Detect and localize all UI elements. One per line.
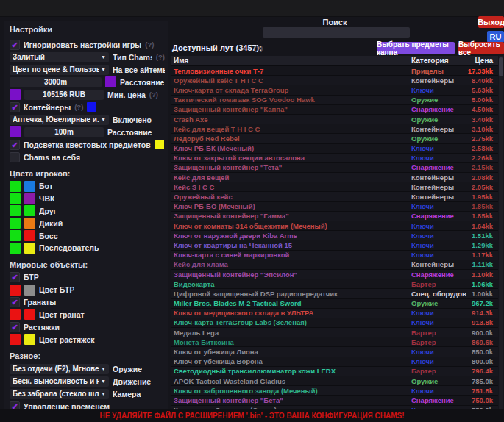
loot-table-row[interactable]: Ключ-карта с синей маркировкойКлючи1.17k… (171, 251, 498, 260)
search-input[interactable] (263, 27, 410, 38)
color-swatch[interactable] (10, 334, 21, 345)
loot-table-row[interactable]: APOK Tactical Wasteland GladiusОружие785… (171, 376, 498, 386)
loot-table-row[interactable]: Ключ от комнаты 314 общежития (Меченый)К… (171, 221, 498, 231)
dropdown-select[interactable]: Беск. выносливость и нет устал▼ (10, 376, 109, 387)
color-swatch[interactable] (24, 205, 35, 216)
color-row-label: Дикий (39, 219, 63, 228)
dropdown-label: Оружие (113, 365, 142, 373)
checkbox[interactable]: ✔ (10, 297, 20, 307)
loot-item-category: Бартер (408, 280, 466, 288)
loot-table-row[interactable]: Кейс S I C CКонтейнеры2.05kk (171, 182, 498, 192)
color-swatch[interactable] (24, 193, 35, 204)
loot-table-row[interactable]: Ключ от наружной двери Kiba ArmsКлючи1.5… (171, 231, 498, 240)
dropdown-select[interactable]: Без отдачи (F2), Мгновенное п▼ (10, 364, 109, 374)
color-swatch[interactable] (10, 309, 21, 320)
loot-table-row[interactable]: Оружейный кейсКонтейнеры1.95kk (171, 192, 498, 201)
dropdown-select[interactable]: Залитый▼ (10, 52, 109, 62)
text-input[interactable]: 100m (24, 127, 104, 137)
drop-all-button[interactable]: Выбросить все (458, 42, 504, 54)
dropdown-value: Залитый (13, 53, 99, 61)
loot-table-row[interactable]: Кейс для хламаКонтейнеры1.11kk (171, 260, 498, 270)
loot-table-row[interactable]: Ключ РБ-БК (Меченый)Ключи2.58kk (171, 144, 498, 154)
loot-table-row[interactable]: ВидеокартаБартер1.06kk (171, 279, 498, 289)
loot-table-row[interactable]: Ключ от медицинского склада в УЛЬТРАКлюч… (171, 309, 498, 318)
dropdown-select[interactable]: Без забрала (стекло шлема)▼ (10, 389, 109, 399)
select-kappa-items-button[interactable]: Выбрать предметы каппа (377, 42, 455, 54)
loot-table-row[interactable]: Ключ от заброшенного завода (Меченый)Клю… (171, 386, 498, 396)
loot-item-name: Защищенный контейнер "Гамма" (171, 212, 408, 220)
dropdown-select[interactable]: Цвет по цене & Пользовательски▼ (10, 65, 109, 75)
loot-table-row[interactable]: Светодиодный трансиллюминатор кожи LEDXБ… (171, 367, 498, 376)
loot-table-row[interactable]: Защищенный контейнер "Каппа"Снаряжение4.… (171, 105, 498, 115)
exit-button[interactable]: Выход (478, 16, 504, 28)
checkbox[interactable]: ✔ (10, 40, 20, 50)
loot-table-row[interactable]: Защищенный контейнер "Бета"Снаряжение750… (171, 396, 498, 405)
text-input[interactable]: 3000m (10, 77, 102, 87)
loot-item-price: 967.2k (466, 299, 498, 307)
loot-table-row[interactable]: Защищенный контейнер "Эпсилон"Снаряжение… (171, 270, 498, 279)
loot-table-row[interactable]: Кейс для вещейКонтейнеры2.08kk (171, 173, 498, 182)
checkbox[interactable]: ✔ (10, 272, 20, 282)
dropdown-select[interactable]: Аптечка, Ювелирные и...▼ (10, 115, 109, 125)
color-swatch[interactable] (10, 285, 21, 296)
color-swatch[interactable] (24, 285, 35, 296)
color-swatch[interactable] (10, 243, 21, 254)
loot-item-name: Защищенный контейнер "Бета" (171, 396, 408, 404)
color-row-label: ЧВК (39, 194, 54, 203)
settings-row: Цвет растяжек (4, 333, 168, 346)
dropdown-value: Аптечка, Ювелирные и... (13, 115, 99, 124)
loot-table-row[interactable]: Медаль LegaБартер900.0k (171, 328, 498, 337)
settings-row: Беск. выносливость и нет устал▼Движение (4, 375, 168, 387)
loot-table-row[interactable]: Тепловизионные очки Т-7Прицелы17.33kk (171, 66, 498, 76)
loot-table-row[interactable]: Ключ-карта TerraGroup Labs (Зеленая)Ключ… (171, 318, 498, 328)
color-swatch[interactable] (24, 309, 35, 320)
color-swatch[interactable] (10, 193, 21, 204)
checkbox-label: БТР (24, 273, 39, 282)
loot-table-row[interactable]: Защищенный контейнер "Гамма"Снаряжение1.… (171, 212, 498, 221)
loot-item-price: 3.10kk (466, 125, 498, 133)
color-swatch[interactable] (87, 102, 96, 112)
checkbox[interactable]: ✔ (10, 102, 20, 112)
loot-table-row[interactable]: Оружейный кейс T H I C CКонтейнеры8.40kk (171, 76, 498, 85)
loot-item-price: 1.00kk (466, 290, 498, 298)
loot-table-row[interactable]: Ключ от закрытой секции автосалонаКлючи2… (171, 154, 498, 163)
color-swatch[interactable] (10, 181, 21, 192)
checkbox[interactable] (10, 152, 20, 162)
scrollbar-thumb[interactable] (499, 57, 503, 76)
loot-table-row[interactable]: Цифровой защищенный DSP радиопередатчикС… (171, 289, 498, 298)
loot-table-row[interactable]: Защищенный контейнер "Тета"Снаряжение2.1… (171, 163, 498, 173)
color-swatch[interactable] (10, 218, 21, 229)
loot-table-row[interactable]: Кейс для вещей T H I C CКонтейнеры3.10kk (171, 124, 498, 134)
loot-item-name: Видеокарта (171, 280, 408, 288)
loot-item-price: 913.8k (466, 318, 498, 326)
loot-item-price: 1.10kk (466, 271, 498, 279)
color-swatch[interactable] (105, 76, 116, 87)
loot-table-row[interactable]: Ключ от убежища ВоронаКлючи800.0k (171, 357, 498, 367)
help-hint: (?) (149, 90, 158, 99)
color-swatch[interactable] (155, 140, 164, 149)
loot-table-row[interactable]: Ключ от убежища ЛионаКлючи850.0k (171, 347, 498, 357)
chevron-down-icon: ▼ (101, 67, 106, 72)
color-swatch[interactable] (24, 181, 35, 192)
loot-table-row[interactable]: Ледоруб Red RebelОружие2.75kk (171, 134, 498, 143)
loot-table-row[interactable]: Ключ-карта от склада TerraGroupКлючи5.63… (171, 85, 498, 95)
color-swatch[interactable] (10, 230, 21, 241)
loot-table-row[interactable]: Ключ РБ-БО (Меченый)Ключи1.85kk (171, 202, 498, 212)
loot-table-row[interactable]: Тактический томагавк SOG Voodoo HawkОруж… (171, 96, 498, 105)
loot-table-scrollbar[interactable] (499, 56, 503, 409)
loot-table-row[interactable]: Crash AxeОружие3.40kk (171, 115, 498, 124)
color-swatch[interactable] (10, 126, 21, 137)
color-swatch[interactable] (24, 218, 35, 229)
loot-table-header: Имя Категория Цена (171, 56, 498, 66)
color-swatch[interactable] (24, 230, 35, 241)
color-swatch[interactable] (10, 205, 21, 216)
color-swatch[interactable] (24, 243, 35, 254)
loot-table-row[interactable]: Ключ от квартиры на Чеканной 15Ключи1.29… (171, 240, 498, 250)
color-swatch[interactable] (10, 89, 21, 100)
checkbox[interactable]: ✔ (10, 140, 20, 150)
loot-table-row[interactable]: Miller Bros. Blades M-2 Tactical SwordОр… (171, 299, 498, 309)
text-input[interactable]: 105156 RUB (24, 90, 104, 100)
color-swatch[interactable] (24, 334, 35, 345)
loot-table-row[interactable]: Монета БиткоинаБартер869.6k (171, 337, 498, 347)
checkbox[interactable]: ✔ (10, 322, 20, 332)
